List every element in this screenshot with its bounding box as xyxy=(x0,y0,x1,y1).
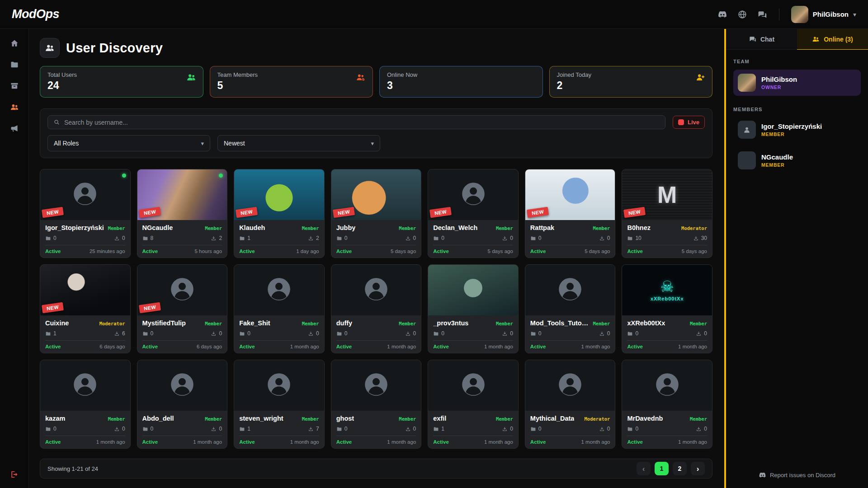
user-card[interactable]: ☠ xXReb00tXx xXReb00tXx Member xyxy=(622,264,712,353)
team-member[interactable]: Igor_Stopierzyński MEMBER xyxy=(733,117,861,143)
chevron-right-icon: › xyxy=(697,465,699,473)
user-name: Jubby xyxy=(336,224,356,231)
logout-icon[interactable] xyxy=(10,470,19,479)
tab-online[interactable]: Online (3) xyxy=(797,29,868,50)
user-card[interactable]: duffy Member 0 0 xyxy=(331,264,422,353)
search-input[interactable] xyxy=(64,119,660,126)
files-count: 0 xyxy=(627,426,638,432)
user-card[interactable]: NEW Declan_Welch Member 0 xyxy=(428,169,519,258)
chat-icon xyxy=(749,35,756,43)
user-name: Fake_Shit xyxy=(239,319,270,327)
user-role-badge: Member xyxy=(399,321,416,326)
user-avatar-image: NEW xyxy=(40,169,130,220)
discord-icon[interactable] xyxy=(717,9,727,19)
user-card[interactable]: NEW Klaudeh Member 1 xyxy=(234,169,325,258)
download-icon xyxy=(599,331,605,337)
user-status: Active xyxy=(530,344,546,349)
user-role-badge: Member xyxy=(302,416,319,422)
user-card[interactable]: kazam Member 0 0 xyxy=(40,360,131,449)
user-role-badge: Member xyxy=(496,321,513,326)
team-member-owner[interactable]: PhilGibson OWNER xyxy=(733,70,861,96)
user-card[interactable]: Mod_Tools_Tutorial Member 0 0 xyxy=(525,264,616,353)
user-card[interactable]: M NEW B0hnez Moderator 10 xyxy=(622,169,712,258)
user-role-badge: Member xyxy=(205,225,222,231)
last-active-time: 1 month ago xyxy=(387,344,416,349)
user-avatar-image xyxy=(525,265,615,315)
sidebar-item-files[interactable] xyxy=(10,60,19,69)
user-name: duffy xyxy=(336,319,352,327)
user-card[interactable]: MrDavednb Member 0 0 xyxy=(622,360,712,449)
download-icon xyxy=(599,426,605,432)
user-card[interactable]: exfil Member 1 0 xyxy=(428,360,519,449)
avatar-placeholder-icon xyxy=(556,371,584,400)
user-card[interactable]: Mythical_Data Moderator 0 0 xyxy=(525,360,616,449)
downloads-count: 0 xyxy=(696,426,707,432)
user-avatar-image: NEW xyxy=(234,169,324,220)
avatar-placeholder-icon xyxy=(265,371,293,400)
user-card[interactable]: Abdo_dell Member 0 0 xyxy=(137,360,228,449)
sidebar-item-users[interactable] xyxy=(10,103,19,112)
next-page-button[interactable]: › xyxy=(691,462,705,475)
avatar xyxy=(738,151,756,169)
user-card[interactable]: ghost Member 0 0 xyxy=(331,360,422,449)
tab-chat[interactable]: Chat xyxy=(726,29,797,50)
user-card[interactable]: NEW Cuixine Moderator 1 xyxy=(40,264,131,353)
user-status: Active xyxy=(627,249,643,254)
last-active-time: 1 month ago xyxy=(678,439,707,445)
user-status: Active xyxy=(433,439,449,445)
user-avatar-image xyxy=(137,360,227,411)
user-card[interactable]: _prov3ntus Member 0 0 xyxy=(428,264,519,353)
prev-page-button[interactable]: ‹ xyxy=(637,462,651,475)
messages-icon[interactable] xyxy=(757,9,767,19)
last-active-time: 5 hours ago xyxy=(194,249,222,254)
downloads-count: 0 xyxy=(502,235,513,241)
user-name: Rattpak xyxy=(530,224,554,231)
sidebar-item-home[interactable] xyxy=(10,39,19,48)
avatar-placeholder-icon xyxy=(168,371,196,400)
download-icon xyxy=(308,235,314,241)
app-logo: ModOps xyxy=(12,7,59,21)
user-role-badge: Member xyxy=(399,416,416,422)
user-card[interactable]: steven_wright Member 1 7 xyxy=(234,360,325,449)
sidebar-item-archive[interactable] xyxy=(10,81,19,90)
sort-filter-select[interactable]: Newest ▾ xyxy=(217,135,380,151)
discord-report-link[interactable]: Report issues on Discord xyxy=(726,463,868,488)
user-card[interactable]: NEW MystifiedTulip Member 0 xyxy=(137,264,228,353)
online-status-dot xyxy=(219,174,223,178)
folder-icon xyxy=(530,426,536,432)
online-dot-icon xyxy=(526,72,536,82)
user-role-badge: Member xyxy=(496,225,513,231)
page-1-button[interactable]: 1 xyxy=(655,462,669,475)
avatar-placeholder-icon xyxy=(265,275,293,305)
user-card[interactable]: NEW Jubby Member 0 xyxy=(331,169,422,258)
user-card[interactable]: Fake_Shit Member 0 0 xyxy=(234,264,325,353)
download-icon xyxy=(308,331,314,337)
users-icon xyxy=(40,38,60,58)
downloads-count: 7 xyxy=(308,426,319,432)
user-role-badge: Moderator xyxy=(585,416,610,422)
user-role-badge: Member xyxy=(690,321,707,326)
team-member[interactable]: NGcaudle MEMBER xyxy=(733,147,861,174)
role-filter-select[interactable]: All Roles ▾ xyxy=(47,135,210,151)
user-card[interactable]: NEW Rattpak Member 0 xyxy=(525,169,616,258)
users-icon xyxy=(186,72,196,82)
user-menu[interactable]: PhilGibson ▾ xyxy=(791,6,856,23)
files-count: 0 xyxy=(45,235,57,241)
globe-icon[interactable] xyxy=(737,9,747,19)
stat-online-now: Online Now 3 xyxy=(379,66,543,98)
users-gear-icon xyxy=(356,72,366,82)
user-plus-icon xyxy=(695,72,705,82)
live-toggle[interactable]: Live xyxy=(673,116,705,129)
sidebar-item-announcements[interactable] xyxy=(10,124,19,133)
avatar-placeholder-icon xyxy=(459,180,487,210)
downloads-count: 2 xyxy=(211,235,222,241)
user-avatar-image: M NEW xyxy=(622,169,712,220)
folder-icon xyxy=(336,426,342,432)
downloads-count: 0 xyxy=(211,426,222,432)
page-2-button[interactable]: 2 xyxy=(673,462,687,475)
user-card[interactable]: NEW NGcaudle Member 8 xyxy=(137,169,228,258)
user-avatar-image xyxy=(622,360,712,411)
files-count: 0 xyxy=(433,235,444,241)
files-count: 0 xyxy=(142,330,154,337)
user-card[interactable]: NEW Igor_Stopierzyński Member 0 xyxy=(40,169,131,258)
